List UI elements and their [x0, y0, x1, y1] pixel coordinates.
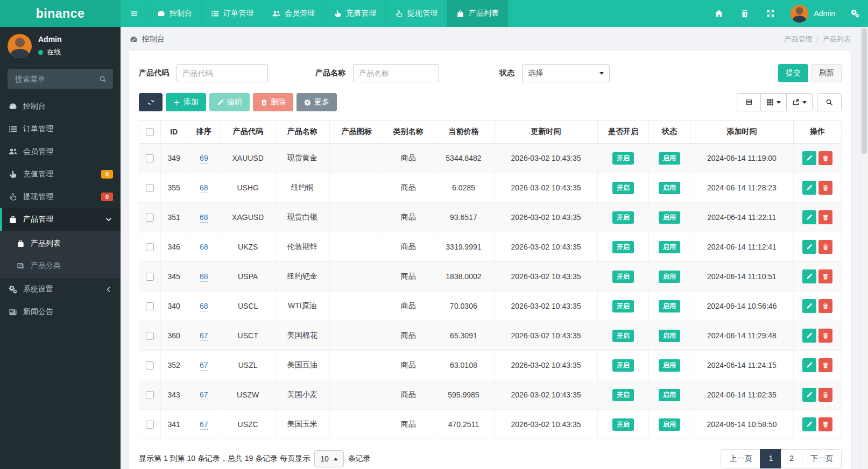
columns-dropdown-button[interactable] — [760, 93, 787, 111]
cell-updated: 2026-03-02 10:43:35 — [495, 351, 598, 380]
row-checkbox[interactable] — [146, 332, 154, 340]
home-button[interactable] — [706, 0, 732, 27]
row-delete-button[interactable] — [818, 210, 832, 224]
scrollbar-thumb[interactable] — [862, 28, 867, 154]
table-row: 34367USZW美国小麦商品595.99852026-03-02 10:43:… — [139, 380, 842, 410]
sort-link[interactable]: 67 — [200, 331, 208, 341]
refresh-button[interactable]: 刷新 — [811, 64, 842, 82]
list-icon — [9, 125, 17, 133]
sort-link[interactable]: 67 — [200, 361, 208, 371]
cell-price: 1838.0002 — [433, 262, 494, 292]
breadcrumb-parent[interactable]: 产品管理 — [784, 34, 812, 44]
prev-page-button[interactable]: 上一页 — [721, 449, 760, 468]
sidebar-item-deposits[interactable]: 充值管理0 — [0, 163, 121, 186]
sidebar-item-product-category[interactable]: 产品分类 — [0, 254, 121, 276]
row-edit-button[interactable] — [802, 417, 816, 431]
add-button[interactable]: 添加 — [166, 93, 206, 111]
sort-link[interactable]: 67 — [200, 420, 208, 430]
cell-price: 93.6517 — [433, 203, 494, 232]
sort-link[interactable]: 67 — [200, 390, 208, 400]
sidebar-item-label: 会员管理 — [23, 147, 53, 157]
row-checkbox[interactable] — [146, 243, 154, 251]
brand-logo[interactable]: binance — [0, 0, 121, 27]
row-checkbox[interactable] — [146, 273, 154, 281]
next-page-button[interactable]: 下一页 — [802, 449, 842, 468]
cell-sort: 67 — [187, 321, 221, 351]
products-table: ID排序产品代码产品名称产品图标类别名称当前价格更新时间是否开启状态添加时间操作… — [139, 120, 842, 439]
page-size-select[interactable]: 10 — [314, 450, 344, 467]
row-delete-button[interactable] — [818, 269, 832, 283]
row-checkbox[interactable] — [146, 391, 154, 399]
settings-button[interactable] — [842, 0, 868, 27]
select-all-checkbox[interactable] — [146, 128, 154, 136]
row-delete-button[interactable] — [818, 329, 832, 343]
status-select[interactable]: 选择 — [522, 64, 610, 82]
row-edit-button[interactable] — [802, 181, 816, 195]
nav-item-deposits[interactable]: 充值管理 — [324, 0, 385, 27]
nav-item-members[interactable]: 会员管理 — [263, 0, 324, 27]
row-checkbox[interactable] — [146, 154, 154, 162]
nav-item-orders[interactable]: 订单管理 — [201, 0, 263, 27]
sidebar-item-system-settings[interactable]: 系统设置 — [0, 278, 121, 301]
row-checkbox[interactable] — [146, 302, 154, 310]
delete-button[interactable]: 删除 — [253, 93, 293, 111]
nav-item-withdrawals[interactable]: 提现管理 — [385, 0, 447, 27]
row-checkbox[interactable] — [146, 184, 154, 192]
clear-cache-button[interactable] — [732, 0, 758, 27]
row-delete-button[interactable] — [818, 388, 832, 402]
table-search-button[interactable] — [817, 93, 842, 111]
code-input[interactable] — [177, 64, 268, 82]
row-edit-button[interactable] — [802, 210, 816, 224]
hand-coin-icon — [9, 193, 17, 201]
nav-item-label: 充值管理 — [346, 9, 376, 18]
sort-link[interactable]: 68 — [200, 183, 208, 193]
sort-link[interactable]: 68 — [200, 302, 208, 311]
row-edit-button[interactable] — [802, 151, 816, 165]
sidebar-search-input[interactable] — [14, 74, 95, 84]
edit-button[interactable]: 编辑 — [209, 93, 250, 111]
export-dropdown-button[interactable] — [786, 93, 813, 111]
chevron-left-icon — [104, 285, 113, 294]
row-delete-button[interactable] — [818, 240, 832, 254]
sidebar-item-orders[interactable]: 订单管理 — [0, 118, 121, 140]
sidebar-item-dashboard[interactable]: 控制台 — [0, 95, 121, 118]
scrollbar-track[interactable] — [860, 27, 868, 469]
detail-view-button[interactable] — [737, 93, 761, 111]
sidebar-item-product-management[interactable]: 产品管理 — [0, 208, 121, 231]
submit-button[interactable]: 提交 — [778, 64, 808, 82]
row-edit-button[interactable] — [802, 240, 816, 254]
sort-link[interactable]: 68 — [200, 272, 208, 282]
row-edit-button[interactable] — [802, 329, 816, 343]
page-button-2[interactable]: 2 — [781, 449, 802, 468]
row-delete-button[interactable] — [818, 358, 832, 372]
filter-row: 产品代码 产品名称 状态 选择 提交 刷新 — [139, 61, 842, 82]
row-edit-button[interactable] — [802, 299, 816, 313]
name-input[interactable] — [353, 64, 439, 82]
row-delete-button[interactable] — [818, 151, 832, 165]
row-edit-button[interactable] — [802, 388, 816, 402]
sidebar-item-withdrawals[interactable]: 提现管理0 — [0, 186, 121, 208]
row-edit-button[interactable] — [802, 358, 816, 372]
page-button-1[interactable]: 1 — [760, 449, 781, 468]
fullscreen-button[interactable] — [758, 0, 784, 27]
row-checkbox[interactable] — [146, 361, 154, 369]
reload-table-button[interactable] — [139, 93, 163, 111]
sort-link[interactable]: 69 — [200, 154, 208, 164]
nav-item-dashboard[interactable]: 控制台 — [147, 0, 201, 27]
search-icon[interactable] — [99, 75, 107, 83]
sidebar-toggle-button[interactable] — [121, 0, 147, 27]
sidebar-item-product-list[interactable]: 产品列表 — [0, 232, 121, 254]
row-checkbox[interactable] — [146, 421, 154, 429]
row-delete-button[interactable] — [818, 181, 832, 195]
row-delete-button[interactable] — [818, 417, 832, 431]
sort-link[interactable]: 68 — [200, 213, 208, 223]
row-delete-button[interactable] — [818, 299, 832, 313]
user-menu[interactable]: Admin — [784, 0, 842, 27]
nav-item-product-list[interactable]: 产品列表 — [447, 0, 508, 27]
sort-link[interactable]: 68 — [200, 243, 208, 252]
row-edit-button[interactable] — [802, 269, 816, 283]
sidebar-item-news[interactable]: 新闻公告 — [0, 301, 121, 323]
more-button[interactable]: 更多 — [297, 93, 337, 111]
sidebar-item-members[interactable]: 会员管理 — [0, 140, 121, 163]
row-checkbox[interactable] — [146, 214, 154, 222]
